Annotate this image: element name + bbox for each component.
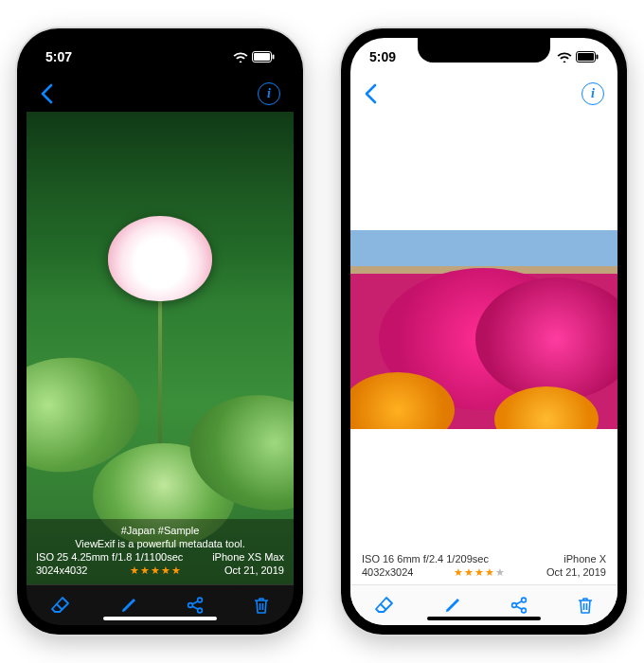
nav-bar: i (350, 76, 617, 112)
back-button[interactable] (364, 83, 377, 104)
share-button[interactable] (510, 596, 528, 615)
status-icons (233, 51, 275, 63)
photo-viewport[interactable]: #Japan #Sample ViewExif is a powerful me… (27, 112, 294, 584)
wifi-icon (557, 51, 572, 63)
pencil-icon (119, 596, 138, 615)
phone-mockup-2: 5:09 i ISO 16 6mm f/2.4 (341, 28, 627, 635)
rating-stars: ★★★★★ (454, 566, 506, 579)
eraser-button[interactable] (50, 596, 71, 615)
trash-button[interactable] (253, 596, 270, 615)
svg-point-4 (198, 598, 203, 602)
svg-rect-2 (273, 55, 275, 60)
pencil-icon (443, 596, 462, 615)
screen: 5:07 i #Japan #Sample ViewExif is a powe… (27, 38, 294, 625)
svg-point-11 (522, 608, 527, 613)
padding-bottom (350, 429, 617, 547)
screen: 5:09 i ISO 16 6mm f/2.4 (350, 38, 617, 625)
dimensions-text: 4032x3024 (362, 566, 413, 579)
battery-icon (576, 51, 599, 63)
battery-icon (252, 51, 275, 63)
share-button[interactable] (186, 596, 205, 615)
date-text: Oct 21, 2019 (546, 566, 606, 579)
share-icon (510, 596, 528, 615)
info-button[interactable]: i (581, 82, 604, 105)
dimensions-text: 3024x4032 (36, 564, 87, 577)
phone-mockup-1: 5:07 i #Japan #Sample ViewExif is a powe… (17, 28, 303, 635)
eraser-icon (374, 596, 395, 615)
wifi-icon (233, 51, 248, 63)
svg-point-10 (522, 598, 527, 602)
svg-rect-1 (254, 53, 270, 61)
svg-rect-8 (597, 55, 599, 60)
photo-viewport[interactable]: ISO 16 6mm f/2.4 1/209sec iPhone X 4032x… (350, 112, 617, 584)
exif-text: ISO 25 4.25mm f/1.8 1/1100sec (36, 551, 183, 563)
device-notch (94, 38, 226, 63)
trash-icon (253, 596, 270, 615)
eraser-icon (50, 596, 71, 615)
chevron-left-icon (364, 83, 377, 104)
info-icon: i (591, 86, 595, 101)
device-text: iPhone XS Max (212, 551, 284, 563)
home-indicator (427, 617, 541, 620)
back-button[interactable] (40, 83, 53, 104)
trash-button[interactable] (577, 596, 594, 615)
device-notch (418, 38, 550, 63)
photo-flower-field (350, 230, 617, 429)
svg-point-5 (198, 608, 203, 613)
rating-stars: ★★★★★ (130, 564, 182, 577)
status-time: 5:09 (369, 49, 396, 64)
caption-text: ViewExif is a powerful metadata tool. (36, 538, 284, 549)
metadata-overlay: #Japan #Sample ViewExif is a powerful me… (27, 519, 294, 584)
nav-bar: i (27, 76, 294, 112)
status-time: 5:07 (45, 49, 72, 64)
info-icon: i (267, 86, 271, 101)
info-button[interactable]: i (258, 82, 280, 105)
lotus-bloom (108, 216, 212, 301)
home-indicator (103, 617, 217, 620)
device-text: iPhone X (564, 553, 606, 564)
pencil-button[interactable] (443, 596, 462, 615)
metadata-block: ISO 16 6mm f/2.4 1/209sec iPhone X 4032x… (350, 547, 617, 584)
chevron-left-icon (40, 83, 53, 104)
padding-top (350, 112, 617, 230)
exif-text: ISO 16 6mm f/2.4 1/209sec (362, 553, 489, 564)
pencil-button[interactable] (119, 596, 138, 615)
share-icon (186, 596, 205, 615)
status-icons (557, 51, 599, 63)
date-text: Oct 21, 2019 (224, 564, 284, 577)
photo-lotus (27, 112, 294, 584)
caption-tags: #Japan #Sample (36, 525, 284, 536)
trash-icon (577, 596, 594, 615)
svg-rect-7 (578, 53, 594, 61)
eraser-button[interactable] (374, 596, 395, 615)
